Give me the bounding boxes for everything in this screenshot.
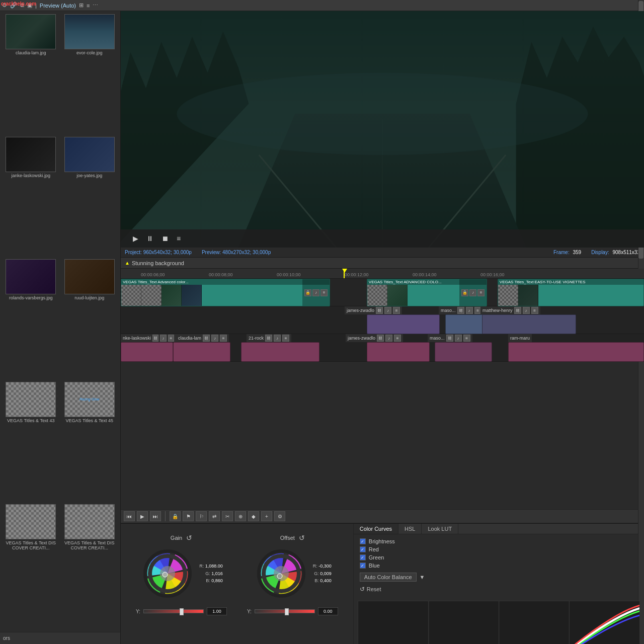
tab-look-lut[interactable]: Look LUT [422,524,458,534]
clip-video-zwadlo[interactable] [367,314,440,334]
svg-point-8 [177,73,588,155]
audio-icon[interactable]: ♪ [211,335,218,342]
clip-title-3[interactable]: VEGAS Titles_Text EASY-TO-USE VIGNETTES [498,279,644,306]
play-button-tl[interactable]: ▶ [137,511,148,521]
audio-icon[interactable]: ♪ [384,307,391,314]
offset-y-label: Y: [247,609,252,614]
clip-title-1[interactable]: VEGAS Titles_Text Advanced color... 🔒 [121,279,330,306]
clip-claudia-lam[interactable] [173,342,230,362]
offset-y-slider[interactable] [255,609,315,613]
stop-button[interactable]: ⏹ [159,234,171,243]
clip-video-matthew[interactable] [482,314,576,334]
gain-y-thumb[interactable] [180,608,184,615]
audio-icon[interactable]: ♪ [469,289,476,296]
offset-reset-icon[interactable]: ↺ [299,534,305,542]
media-filename: joe-yates.jpg [76,173,102,178]
clip-maso[interactable] [435,342,492,362]
clip-james-zwadlo[interactable] [367,342,430,362]
audio-icon[interactable]: ♪ [274,335,281,342]
reset-row[interactable]: ↺ Reset [360,586,638,593]
play-button[interactable]: ▶ [131,234,140,243]
audio-icon[interactable]: ♪ [466,307,473,314]
menu-icon[interactable]: ≡ [168,335,174,342]
pause-button[interactable]: ⏸ [144,234,155,243]
clip-21-rock[interactable] [241,342,319,362]
media-item[interactable]: joe-yates.jpg [61,136,119,258]
brightness-checkbox[interactable]: ✓ [360,538,366,544]
magnet-button[interactable]: ⊕ [235,511,246,521]
menu-icon[interactable]: ≡ [531,307,538,314]
preview-value: 480x270x32; 30,000p [222,250,271,255]
audio-icon[interactable]: ♪ [312,289,319,296]
frame-label: Frame: [553,250,570,255]
media-item[interactable]: VEGAS Titles & Text DISCOVER CREATI... [61,503,119,630]
audio-icon[interactable]: ♪ [160,335,166,342]
media-item[interactable]: janke-laskowski.jpg [2,136,60,258]
audio-icon[interactable]: ♪ [455,335,462,342]
media-item[interactable]: claudia-lam.jpg [2,13,60,135]
settings-button[interactable]: ⚙ [274,511,285,521]
gain-y-slider[interactable] [143,609,204,613]
flag-button[interactable]: ⚑ [183,511,194,521]
gain-y-value[interactable]: 1.00 [207,607,227,615]
link-icon[interactable]: ⛓ [265,335,272,342]
toolbar-icon-list[interactable]: ≡ [87,3,90,9]
offset-y-thumb[interactable] [285,608,289,615]
clip-ram-maru[interactable] [508,342,644,362]
media-item[interactable]: rolands-varsbergs.jpg [2,258,60,380]
zoom-in-button[interactable]: + [261,511,272,521]
toolbar-icon-grid[interactable]: ⊞ [79,2,84,9]
track-name-label: maso... [441,308,456,313]
link-icon[interactable]: ⛓ [446,335,453,342]
red-checkbox[interactable]: ✓ [360,546,366,552]
clip-nke-laskowski[interactable] [121,342,173,362]
preview-label[interactable]: Preview (Auto) [40,3,76,9]
media-filename: evor-cole.jpg [76,50,103,55]
link-icon[interactable]: ⛓ [203,335,210,342]
media-item[interactable]: VEGAS Titles & Text DISCOVER CREATI... [2,503,60,630]
tab-hsl[interactable]: HSL [398,524,422,534]
media-item[interactable]: VEGAS Titles & Text 43 [2,381,60,503]
menu-button[interactable]: ≡ [175,234,183,243]
toolbar-icon-more[interactable]: ⋯ [93,2,98,9]
media-item[interactable]: Racing Glow VEGAS Titles & Text 45 [61,381,119,503]
step-button[interactable]: ⏭ [150,511,161,521]
ripple-button[interactable]: ⇄ [209,511,220,521]
link-icon[interactable]: ⛓ [152,335,158,342]
menu-icon[interactable]: ≡ [463,335,470,342]
tab-color-curves[interactable]: Color Curves [354,524,398,534]
menu-icon[interactable]: ≡ [394,335,401,342]
flag2-button[interactable]: ⚐ [196,511,207,521]
marker-button[interactable]: ◆ [248,511,259,521]
blue-checkbox[interactable]: ✓ [360,562,366,569]
menu-icon[interactable]: ≡ [282,335,289,342]
link-icon[interactable]: ⛓ [376,307,383,314]
lock-button[interactable]: 🔒 [170,511,181,521]
link-icon[interactable]: ⛓ [377,335,384,342]
clip-title-2[interactable]: VEGAS Titles_Text ADVANCED COLO... 🔒 ♪ ≡ [367,279,487,306]
link-icon[interactable]: ⛓ [514,307,521,314]
offset-y-value[interactable]: 0.00 [318,607,338,615]
media-item[interactable]: evor-cole.jpg [61,13,119,135]
audio-icon[interactable]: ♪ [385,335,392,342]
auto-balance-dropdown-icon[interactable]: ▼ [420,574,425,580]
media-item[interactable]: ruud-luijten.jpg [61,258,119,380]
link-icon[interactable]: ⛓ [457,307,464,314]
menu-icon[interactable]: ≡ [393,307,400,314]
timeline-playhead[interactable] [344,269,345,278]
color-right-panel: Color Curves HSL Look LUT ✓ Brightness ✓… [353,524,644,644]
track-header-icons-3: matthew-henry ⛓ ♪ ≡ [480,306,540,314]
audio-icon[interactable]: ♪ [523,307,530,314]
menu-icon[interactable]: ≡ [477,289,485,296]
gain-reset-icon[interactable]: ↺ [186,534,192,542]
lock-icon[interactable]: 🔒 [304,289,311,296]
snip-button[interactable]: ✂ [222,511,233,521]
green-checkbox[interactable]: ✓ [360,554,366,560]
auto-balance-button[interactable]: Auto Color Balance [360,573,417,582]
lock-icon[interactable]: 🔒 [461,289,468,296]
rewind-button[interactable]: ⏮ [124,511,135,521]
menu-icon[interactable]: ≡ [320,289,328,296]
display-value: 908x511x32 [613,250,640,255]
clip-video-maso[interactable] [445,314,487,334]
menu-icon[interactable]: ≡ [220,335,227,342]
